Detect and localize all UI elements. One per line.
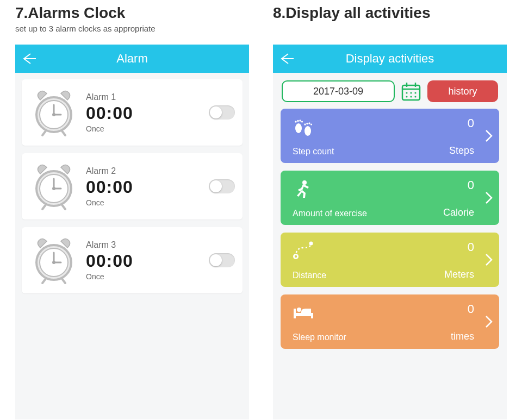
chevron-right-icon	[484, 129, 494, 142]
tile-value: 0	[468, 178, 474, 192]
alarm-toggle[interactable]	[209, 105, 235, 120]
tile-value: 0	[468, 240, 474, 254]
activity-tile[interactable]: Amount of exercise0Calorie	[281, 171, 499, 225]
alarm-topbar: Alarm	[15, 45, 249, 73]
calendar-icon[interactable]	[400, 80, 422, 102]
back-button[interactable]	[15, 45, 44, 73]
tile-name: Step count	[293, 147, 449, 156]
activities-title: Display activities	[273, 52, 507, 66]
alarm-clock-icon	[29, 162, 78, 211]
tile-name: Sleep monitor	[293, 333, 451, 342]
date-picker[interactable]: 2017-03-09	[282, 80, 395, 102]
activity-tile[interactable]: Step count0Steps	[281, 109, 499, 163]
route-icon	[293, 240, 444, 262]
tile-name: Amount of exercise	[293, 209, 443, 218]
activity-tile[interactable]: Sleep monitor0times	[281, 294, 499, 349]
alarm-row[interactable]: Alarm 1 00:00 Once	[22, 79, 243, 146]
heading-activities: 8.Display all activities	[273, 4, 431, 22]
tile-unit: times	[451, 331, 474, 342]
activities-screen: Display activities 2017-03-09 history St…	[273, 45, 507, 419]
alarm-row[interactable]: Alarm 2 00:00 Once	[22, 153, 243, 220]
alarm-clock-icon	[29, 88, 78, 137]
arrow-left-icon	[279, 51, 295, 66]
back-button[interactable]	[273, 45, 301, 73]
alarm-name: Alarm 3	[86, 240, 209, 250]
alarm-screen: Alarm Alarm 1 00:00 Once Alarm 2 00:00 O…	[15, 45, 249, 419]
tile-unit: Steps	[449, 145, 474, 156]
tile-name: Distance	[293, 271, 444, 280]
alarm-toggle[interactable]	[209, 253, 235, 267]
alarm-repeat: Once	[86, 198, 209, 207]
heading-alarms: 7.Alarms Clock	[15, 4, 125, 22]
alarm-name: Alarm 2	[86, 166, 209, 176]
alarm-clock-icon	[29, 236, 78, 285]
chevron-right-icon	[484, 315, 494, 328]
history-button[interactable]: history	[427, 80, 498, 102]
activities-topbar: Display activities	[273, 45, 507, 73]
alarm-repeat: Once	[86, 272, 209, 281]
alarm-title: Alarm	[15, 52, 249, 66]
chevron-right-icon	[484, 253, 494, 266]
tile-unit: Calorie	[443, 207, 474, 218]
alarm-repeat: Once	[86, 124, 209, 133]
alarm-toggle[interactable]	[209, 179, 235, 193]
chevron-right-icon	[484, 191, 494, 204]
alarm-row[interactable]: Alarm 3 00:00 Once	[22, 227, 243, 293]
tile-unit: Meters	[444, 269, 474, 280]
tile-value: 0	[468, 302, 474, 316]
runner-icon	[293, 178, 443, 200]
arrow-left-icon	[21, 51, 38, 66]
alarm-time: 00:00	[86, 177, 209, 197]
alarm-name: Alarm 1	[86, 92, 209, 102]
activity-tile[interactable]: Distance0Meters	[281, 233, 499, 287]
alarm-list: Alarm 1 00:00 Once Alarm 2 00:00 Once Al…	[15, 73, 249, 308]
sub-alarms: set up to 3 alarm clocks as appropriate	[15, 24, 156, 33]
bed-icon	[293, 302, 451, 324]
tile-value: 0	[468, 116, 474, 130]
alarm-time: 00:00	[86, 103, 209, 123]
feet-icon	[293, 116, 449, 138]
alarm-time: 00:00	[86, 251, 209, 271]
